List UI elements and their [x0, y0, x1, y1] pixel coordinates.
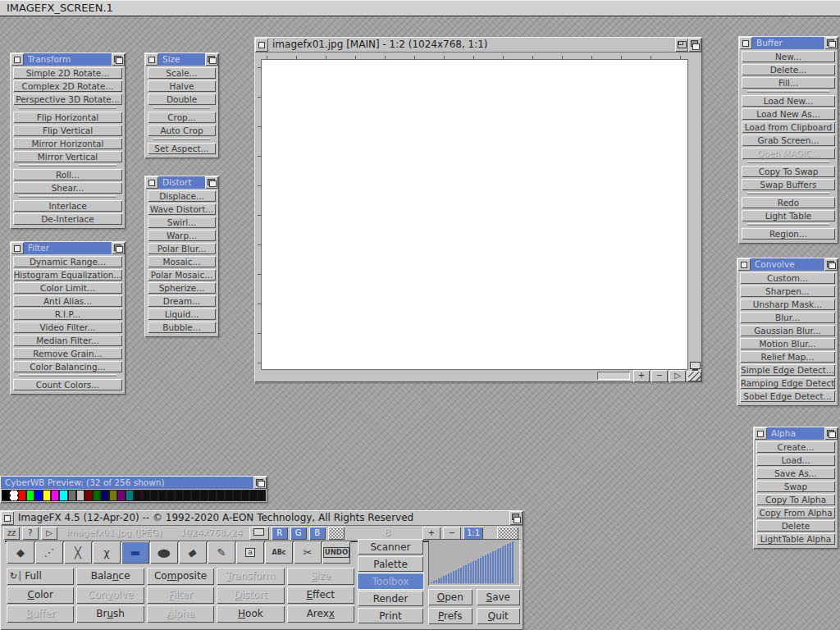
zoom-in-button[interactable]: +: [633, 370, 650, 382]
freehand-tool[interactable]: ⋰: [35, 541, 63, 564]
zoom-in-button[interactable]: +: [422, 527, 441, 540]
alpha-swap-button[interactable]: Swap: [756, 481, 835, 492]
palette-swatch-12[interactable]: [93, 490, 101, 501]
distort-displace-button[interactable]: Displace...: [148, 190, 216, 202]
convolve-sobel-edge-detect-button[interactable]: Sobel Edge Detect...: [740, 390, 835, 402]
transform-mirror-vertical-button[interactable]: Mirror Vertical: [13, 151, 122, 162]
depth-gadget[interactable]: [112, 53, 125, 66]
filter-color-limit-button[interactable]: Color Limit...: [13, 282, 122, 294]
distort-wave-distort-button[interactable]: Wave Distort...: [148, 203, 216, 215]
filter-button[interactable]: Filter: [147, 587, 214, 604]
sleep-button[interactable]: zz: [3, 527, 20, 540]
alpha-copy-from-alpha-button[interactable]: Copy From Alpha: [756, 507, 835, 518]
convolve-sharpen-button[interactable]: Sharpen...: [740, 285, 835, 297]
convolve-titlebar[interactable]: Convolve: [737, 258, 838, 271]
transform-roll-button[interactable]: Roll...: [13, 169, 122, 180]
fill-tool[interactable]: ✎: [208, 541, 235, 564]
depth-gadget[interactable]: [509, 511, 523, 525]
palette-swatch-4[interactable]: [26, 490, 34, 501]
line-tool[interactable]: ╳: [64, 541, 92, 564]
distort-spherize-button[interactable]: Spherize...: [148, 282, 216, 294]
help-button[interactable]: ?: [22, 527, 39, 540]
transform-interlace-button[interactable]: Interlace: [13, 200, 122, 212]
color-button[interactable]: Color: [7, 587, 74, 604]
run-script-button[interactable]: ▷: [41, 527, 57, 540]
close-gadget[interactable]: [145, 53, 158, 66]
palette-swatch-20[interactable]: [158, 490, 167, 501]
palette-swatch-18[interactable]: [142, 490, 150, 501]
depth-gadget[interactable]: [824, 427, 838, 440]
size-titlebar[interactable]: Size: [145, 53, 218, 66]
mode-scanner-button[interactable]: Scanner: [358, 539, 423, 555]
depth-gadget[interactable]: [824, 37, 838, 49]
dither-button[interactable]: [328, 527, 345, 540]
palette-swatch-1[interactable]: [2, 490, 10, 501]
font-tool[interactable]: ABc: [265, 541, 293, 564]
buffer-light-table-button[interactable]: Light Table: [742, 210, 835, 221]
buffer-copy-to-swap-button[interactable]: Copy To Swap: [742, 166, 835, 177]
alpha-titlebar[interactable]: Alpha: [754, 427, 838, 440]
screen-button[interactable]: [249, 527, 269, 540]
buffer-load-from-clipboard-button[interactable]: Load from Clipboard: [742, 121, 835, 133]
distort-dream-button[interactable]: Dream...: [148, 295, 216, 307]
palette-swatch-26[interactable]: [208, 490, 217, 501]
depth-gadget[interactable]: [205, 176, 218, 189]
palette-swatch-19[interactable]: [150, 490, 158, 501]
buffer-open-magic-button[interactable]: Open MAGIC...: [742, 148, 835, 159]
preview-dither-button[interactable]: [497, 527, 518, 540]
alpha-delete-button[interactable]: Delete: [756, 520, 835, 532]
palette-swatch-7[interactable]: [51, 490, 59, 501]
palette-swatch-23[interactable]: [183, 490, 191, 501]
alpha-copy-to-alpha-button[interactable]: Copy To Alpha: [756, 494, 835, 505]
palette-swatch-6[interactable]: [43, 490, 51, 501]
render-run-button[interactable]: ▷: [669, 370, 686, 382]
filter-count-colors-button[interactable]: Count Colors...: [13, 379, 122, 390]
transform-de-interlace-button[interactable]: De-Interlace: [13, 213, 122, 225]
palette-swatch-31[interactable]: [249, 490, 258, 501]
palette-swatch-11[interactable]: [84, 490, 93, 501]
palette-titlebar[interactable]: CyberWB Preview: (32 of 256 shown): [1, 477, 267, 489]
close-gadget[interactable]: [739, 37, 752, 49]
depth-gadget[interactable]: [253, 477, 267, 489]
convolve-custom-button[interactable]: Custom...: [740, 272, 835, 284]
effect-button[interactable]: Effect: [287, 587, 354, 604]
image-window-titlebar[interactable]: imagefx01.jpg [MAIN] - 1:2 (1024x768, 1:…: [255, 38, 701, 52]
filter-histogram-equalization-button[interactable]: Histogram Equalization...: [13, 269, 122, 281]
alpha-save-as-button[interactable]: Save As...: [756, 468, 835, 479]
green-channel-button[interactable]: G: [290, 527, 307, 540]
distort-warp-button[interactable]: Warp...: [148, 230, 216, 241]
filter-titlebar[interactable]: Filter: [11, 242, 125, 254]
distort-bubble-button[interactable]: Bubble...: [148, 322, 216, 333]
convolve-simple-edge-detect-button[interactable]: Simple Edge Detect...: [740, 364, 835, 376]
palette-swatch-24[interactable]: [191, 490, 199, 501]
transform-titlebar[interactable]: Transform: [11, 53, 125, 66]
palette-swatch-5[interactable]: [34, 490, 43, 501]
toolbar-titlebar[interactable]: ImageFX 4.5 (12-Apr-20) -- © 1992-2020 A…: [1, 511, 523, 526]
depth-gadget[interactable]: [112, 242, 125, 254]
text-tool[interactable]: a: [236, 541, 264, 564]
palette-swatch-25[interactable]: [200, 490, 208, 501]
convolve-motion-blur-button[interactable]: Motion Blur...: [740, 338, 835, 349]
palette-swatch-29[interactable]: [233, 490, 241, 501]
full-button[interactable]: ↻|Full: [7, 568, 74, 585]
screen-titlebar[interactable]: IMAGEFX_SCREEN.1: [0, 0, 840, 16]
palette-swatch-8[interactable]: [59, 490, 67, 501]
size-scale-button[interactable]: Scale...: [148, 67, 216, 79]
transform-shear-button[interactable]: Shear...: [13, 182, 122, 194]
size-auto-crop-button[interactable]: Auto Crop: [148, 125, 216, 136]
brush-button[interactable]: Brush: [76, 605, 144, 623]
palette-swatch-2[interactable]: [10, 490, 18, 501]
buffer-load-new-as-button[interactable]: Load New As...: [742, 108, 835, 120]
size-halve-button[interactable]: Halve: [148, 80, 216, 92]
alpha-button[interactable]: Alpha: [147, 605, 214, 623]
mode-toolbox-button[interactable]: Toolbox: [358, 573, 423, 589]
filter-remove-grain-button[interactable]: Remove Grain...: [13, 348, 122, 359]
distort-button[interactable]: Distort: [217, 587, 284, 604]
box-tool[interactable]: ▬: [121, 541, 149, 564]
transform-flip-horizontal-button[interactable]: Flip Horizontal: [13, 112, 122, 123]
palette-swatch-30[interactable]: [241, 490, 249, 501]
palette-swatch-32[interactable]: [258, 490, 266, 501]
zoom-ratio-button[interactable]: 1:1: [463, 527, 483, 540]
filter-color-balancing-button[interactable]: Color Balancing...: [13, 361, 122, 372]
distort-polar-blur-button[interactable]: Polar Blur...: [148, 243, 216, 254]
